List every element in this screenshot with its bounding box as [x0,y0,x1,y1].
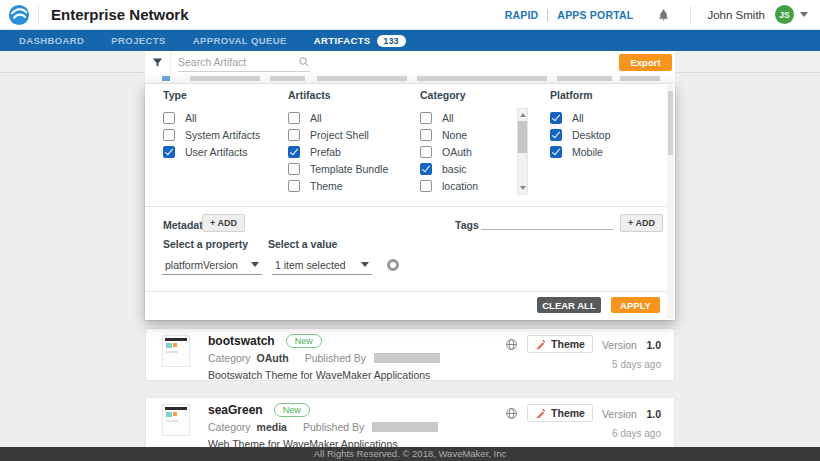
checkbox-label: User Artifacts [185,146,247,158]
checkbox-label: Prefab [310,146,341,158]
artifact-name[interactable]: seaGreen [208,403,263,417]
filter-group-artifacts: Artifacts All Project Shell Prefab Templ… [288,89,388,194]
checkbox-location[interactable]: location [420,177,478,194]
group-title: Platform [550,89,611,101]
checkbox-label: location [442,180,478,192]
published-by-label: Published By [305,352,366,364]
checkbox-label: All [442,112,454,124]
select-value-label: Select a value [268,238,337,250]
checkbox-desktop[interactable]: Desktop [550,126,611,143]
notifications-bell-icon[interactable] [657,8,670,22]
checkbox-icon [420,163,432,175]
checkbox-none[interactable]: None [420,126,478,143]
rapid-link[interactable]: RAPID [505,9,539,21]
checkbox-artifacts-all[interactable]: All [288,109,388,126]
app-header: Enterprise Network RAPID APPS PORTAL Joh… [0,0,820,30]
category-value: OAuth [257,352,289,364]
artifact-meta-right: Theme Version 1.0 6 days ago [505,404,661,439]
artifact-card-seagreen[interactable]: seaGreen New Category media Published By… [145,397,675,449]
link-divider [547,9,548,21]
checkbox-icon [420,112,432,124]
apps-portal-link[interactable]: APPS PORTAL [557,9,633,21]
artifact-info: seaGreen New Category media Published By… [208,403,438,450]
apply-button[interactable]: APPLY [611,297,660,313]
checkbox-icon [420,129,432,141]
checkbox-label: All [572,112,584,124]
checkbox-label: Project Shell [310,129,369,141]
metadata-add-button[interactable]: + ADD [202,214,245,232]
scroll-up-arrow-icon[interactable] [520,113,526,117]
type-badge: Theme [527,335,593,353]
globe-icon[interactable] [505,338,518,351]
remove-metadata-filter-icon[interactable] [387,259,399,271]
checkbox-mobile[interactable]: Mobile [550,143,611,160]
tags-input[interactable] [481,212,613,230]
dropdown-caret-icon [361,262,369,267]
nav-approval-queue[interactable]: APPROVAL QUEUE [193,35,287,46]
footer: All Rights Reserved. © 2018, WaveMaker, … [0,447,820,461]
checkbox-category-all[interactable]: All [420,109,478,126]
checkbox-system-artifacts[interactable]: System Artifacts [163,126,260,143]
artifact-thumbnail [162,335,190,367]
value-dropdown-value: 1 item selected [275,259,346,271]
scroll-down-arrow-icon[interactable] [520,186,526,190]
tags-add-button[interactable]: + ADD [620,214,663,232]
filter-funnel-icon [152,57,163,68]
checkbox-label: Mobile [572,146,603,158]
checkbox-icon [420,180,432,192]
checkbox-icon [163,112,175,124]
value-dropdown[interactable]: 1 item selected [272,255,372,275]
artifact-description: Bootswatch Theme for WaveMaker Applicati… [208,369,440,381]
checkbox-template-bundle[interactable]: Template Bundle [288,160,388,177]
category-label: Category [208,352,251,364]
checkbox-basic[interactable]: basic [420,160,478,177]
type-badge-label: Theme [551,407,585,419]
nav-projects[interactable]: PROJECTS [111,35,165,46]
version-value: 1.0 [646,339,661,351]
artifact-info: bootswatch New Category OAuth Published … [208,334,440,381]
checkbox-icon [288,180,300,192]
checkbox-icon [288,129,300,141]
filter-group-category: Category All None OAuth basic location [420,89,478,194]
filter-panel: Type All System Artifacts User Artifacts… [145,84,675,320]
category-value: media [257,421,287,433]
search-icon[interactable] [298,56,310,68]
theme-brush-icon [535,408,546,419]
new-badge: New [286,334,322,348]
checkbox-icon [550,112,562,124]
checkbox-prefab[interactable]: Prefab [288,143,388,160]
checkbox-user-artifacts[interactable]: User Artifacts [163,143,260,160]
category-label: Category [208,421,251,433]
clear-all-button[interactable]: CLEAR ALL [537,297,601,313]
checkbox-project-shell[interactable]: Project Shell [288,126,388,143]
artifact-name[interactable]: bootswatch [208,334,275,348]
version-value: 1.0 [646,408,661,420]
checkbox-oauth[interactable]: OAuth [420,143,478,160]
globe-icon[interactable] [505,407,518,420]
scrollbar-thumb[interactable] [668,91,673,155]
property-dropdown[interactable]: platformVersion [162,255,262,275]
checkbox-label: OAuth [442,146,472,158]
artifacts-count-badge: 133 [377,35,406,47]
app-title: Enterprise Network [51,6,189,23]
nav-artifacts[interactable]: ARTIFACTS 133 [314,35,406,47]
panel-scrollbar[interactable] [667,85,674,319]
checkbox-icon [288,163,300,175]
select-property-label: Select a property [163,238,248,250]
filter-toggle-button[interactable] [145,51,171,73]
category-scrollbar[interactable] [517,108,528,195]
scrollbar-thumb[interactable] [518,121,527,153]
checkbox-theme[interactable]: Theme [288,177,388,194]
nav-dashboard[interactable]: DASHBOARD [19,35,84,46]
checkbox-platform-all[interactable]: All [550,109,611,126]
user-name: John Smith [707,9,765,21]
group-title: Type [163,89,260,101]
group-title: Category [420,89,478,101]
export-button[interactable]: Export [619,54,672,71]
search-input[interactable] [178,56,298,68]
chevron-down-icon[interactable] [800,12,808,17]
artifact-card-bootswatch[interactable]: bootswatch New Category OAuth Published … [145,328,675,381]
checkbox-label: All [185,112,197,124]
user-avatar[interactable]: JS [775,5,794,24]
checkbox-type-all[interactable]: All [163,109,260,126]
